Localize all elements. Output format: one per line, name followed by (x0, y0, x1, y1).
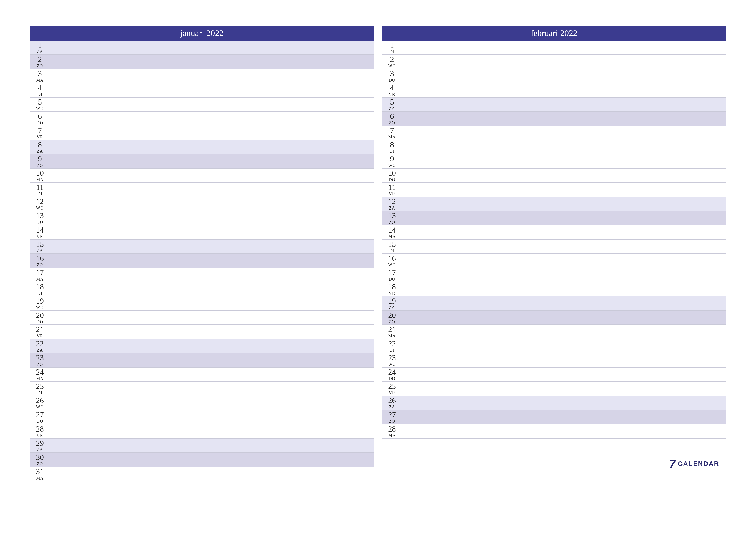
day-date-cell: 15DI (382, 240, 402, 253)
day-of-week: WO (36, 206, 43, 210)
day-date-cell: 16ZO (30, 254, 50, 267)
day-row: 2ZO (30, 55, 374, 69)
day-note-area (50, 97, 374, 111)
day-of-week: WO (388, 163, 396, 167)
day-date-cell: 6ZO (382, 112, 402, 126)
day-note-area (402, 339, 726, 353)
day-of-week: ZO (389, 419, 395, 423)
day-number: 17 (388, 269, 396, 276)
day-number: 7 (38, 127, 42, 134)
day-of-week: MA (388, 135, 396, 139)
day-date-cell: 24DO (382, 368, 402, 381)
day-date-cell: 22DI (382, 339, 402, 353)
day-row: 6ZO (382, 112, 726, 126)
day-number: 2 (38, 56, 42, 63)
day-of-week: WO (388, 362, 396, 367)
day-date-cell: 9WO (382, 154, 402, 168)
day-row: 1DI (382, 41, 726, 55)
day-date-cell: 4VR (382, 83, 402, 97)
day-date-cell: 31MA (30, 467, 50, 481)
day-note-area (402, 168, 726, 182)
day-of-week: VR (37, 334, 43, 338)
day-number: 27 (388, 411, 396, 419)
day-date-cell: 19ZA (382, 296, 402, 310)
day-number: 25 (388, 382, 396, 390)
day-row: 8DI (382, 140, 726, 154)
day-of-week: ZA (37, 248, 43, 253)
day-number: 8 (390, 141, 394, 149)
day-note-area (50, 197, 374, 211)
day-row: 24MA (30, 368, 374, 382)
day-note-area (50, 353, 374, 367)
day-row: 17DO (382, 268, 726, 282)
day-date-cell: 16WO (382, 254, 402, 267)
day-number: 25 (36, 382, 44, 390)
day-note-area (50, 339, 374, 353)
day-date-cell: 28VR (30, 424, 50, 438)
day-row: 25DI (30, 382, 374, 396)
day-of-week: VR (389, 391, 395, 395)
day-number: 24 (36, 368, 44, 376)
day-number: 19 (36, 297, 44, 305)
day-row: 21VR (30, 325, 374, 339)
day-note-area (402, 140, 726, 154)
day-row: 10DO (382, 168, 726, 183)
day-note-area (50, 55, 374, 69)
month-column-february: februari 2022 1DI2WO3DO4VR5ZA6ZO7MA8DI9W… (382, 26, 726, 481)
day-date-cell: 29ZA (30, 439, 50, 452)
day-date-cell: 9ZO (30, 154, 50, 168)
day-number: 31 (36, 468, 44, 475)
day-note-area (50, 410, 374, 424)
day-note-area (402, 126, 726, 140)
day-of-week: WO (36, 305, 43, 310)
day-number: 16 (388, 255, 396, 262)
day-number: 5 (38, 98, 42, 106)
day-number: 4 (38, 84, 42, 92)
day-note-area (402, 55, 726, 69)
day-row: 11DI (30, 183, 374, 197)
day-number: 13 (388, 212, 396, 220)
day-note-area (402, 225, 726, 239)
day-of-week: MA (36, 78, 43, 82)
day-note-area (402, 83, 726, 97)
day-date-cell: 26WO (30, 396, 50, 410)
day-note-area (50, 311, 374, 324)
day-row: 28MA (382, 424, 726, 439)
day-number: 10 (36, 169, 44, 177)
day-row: 28VR (30, 424, 374, 439)
logo-seven-icon: 7 (669, 458, 676, 470)
day-date-cell: 30ZO (30, 453, 50, 467)
day-of-week: DI (390, 149, 394, 153)
day-row: 8ZA (30, 140, 374, 154)
day-date-cell: 3DO (382, 69, 402, 83)
day-date-cell: 12WO (30, 197, 50, 211)
day-of-week: DI (37, 92, 42, 96)
day-row: 18VR (382, 282, 726, 296)
day-note-area (402, 240, 726, 253)
day-number: 16 (36, 255, 44, 262)
day-note-area (50, 154, 374, 168)
day-date-cell: 25DI (30, 382, 50, 395)
day-row: 4DI (30, 83, 374, 97)
day-note-area (402, 41, 726, 55)
day-row: 5WO (30, 97, 374, 112)
day-date-cell: 8ZA (30, 140, 50, 154)
day-number: 15 (36, 240, 44, 248)
day-of-week: ZA (37, 50, 43, 54)
day-note-area (50, 467, 374, 481)
day-note-area (402, 325, 726, 339)
day-number: 19 (388, 297, 396, 305)
day-date-cell: 27ZO (382, 410, 402, 424)
day-of-week: ZO (37, 163, 43, 167)
day-date-cell: 2WO (382, 55, 402, 69)
day-of-week: WO (36, 405, 43, 409)
day-note-area (402, 69, 726, 83)
day-date-cell: 24MA (30, 368, 50, 381)
day-date-cell: 13DO (30, 211, 50, 225)
day-date-cell: 6DO (30, 112, 50, 126)
day-date-cell: 7VR (30, 126, 50, 140)
day-of-week: VR (37, 135, 43, 139)
day-note-area (402, 197, 726, 211)
day-note-area (50, 325, 374, 339)
day-date-cell: 25VR (382, 382, 402, 395)
